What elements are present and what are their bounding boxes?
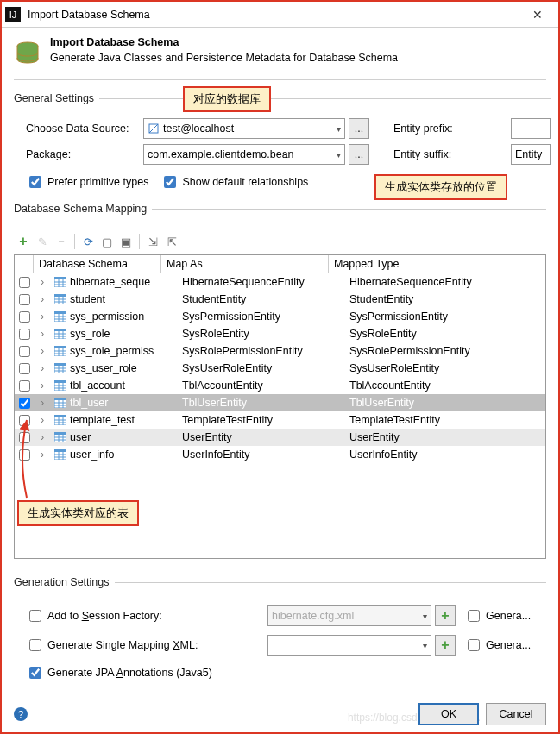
general-settings-legend: General Settings xyxy=(14,92,99,104)
map-as-cell: TblAccountEntity xyxy=(179,380,346,392)
annotation-package: 生成实体类存放的位置 xyxy=(374,174,507,200)
table-row[interactable]: ›userUserEntityUserEntity xyxy=(15,429,545,446)
package-browse-button[interactable]: ... xyxy=(349,144,369,165)
table-icon xyxy=(54,346,66,356)
row-checkbox[interactable] xyxy=(15,326,34,342)
row-checkbox[interactable] xyxy=(15,343,34,360)
table-icon xyxy=(54,380,66,391)
table-header: Database Schema Map As Mapped Type xyxy=(15,255,545,273)
map-as-cell: UserInfoEntity xyxy=(179,449,346,461)
table-row[interactable]: ›sys_roleSysRoleEntitySysRoleEntity xyxy=(15,325,545,342)
expand-icon[interactable]: › xyxy=(34,276,51,288)
toolbar-separator xyxy=(139,234,140,249)
table-row[interactable]: ›hibernate_sequeHibernateSequenceEntityH… xyxy=(15,273,545,291)
svg-rect-3 xyxy=(54,277,66,279)
schema-cell: user xyxy=(51,431,179,443)
generate-hbm-checkbox[interactable]: Genera... xyxy=(464,607,531,624)
row-checkbox[interactable] xyxy=(15,378,34,394)
map-as-cell: SysRoleEntity xyxy=(179,328,346,340)
expand-icon[interactable]: › xyxy=(34,397,51,409)
header-mapped-type[interactable]: Mapped Type xyxy=(329,255,545,273)
row-checkbox[interactable] xyxy=(15,309,34,325)
map-as-cell: HibernateSequenceEntity xyxy=(179,276,346,288)
chevron-down-icon: ▾ xyxy=(423,612,427,621)
map-as-cell: TemplateTestEntity xyxy=(179,414,346,426)
table-row[interactable]: ›sys_permissionSysPermissionEntitySysPer… xyxy=(15,308,545,325)
package-combo[interactable]: com.example.clientdemo.bean ▾ xyxy=(143,144,345,165)
expand-icon[interactable]: › xyxy=(34,311,51,323)
mapping-toolbar: + ✎ − ⟳ ▢ ▣ ⇲ ⇱ xyxy=(14,230,546,253)
edit-button[interactable]: ✎ xyxy=(33,232,52,251)
prefer-primitive-label: Prefer primitive types xyxy=(47,176,148,188)
data-source-browse-button[interactable]: ... xyxy=(349,118,369,139)
chevron-down-icon: ▾ xyxy=(337,150,341,160)
svg-rect-45 xyxy=(54,398,66,400)
row-checkbox[interactable] xyxy=(15,361,34,377)
ok-button[interactable]: OK xyxy=(418,703,479,725)
row-checkbox[interactable] xyxy=(15,292,34,308)
mapped-type-cell: SysPermissionEntity xyxy=(346,311,545,323)
svg-rect-21 xyxy=(54,329,66,331)
table-row[interactable]: ›sys_role_permissSysRolePermissionEntity… xyxy=(15,342,545,360)
table-row[interactable]: ›tbl_accountTblAccountEntityTblAccountEn… xyxy=(15,377,545,394)
table-row[interactable]: ›sys_user_roleSysUserRoleEntitySysUserRo… xyxy=(15,360,545,377)
svg-rect-57 xyxy=(54,432,66,435)
table-icon xyxy=(54,294,66,304)
data-source-combo[interactable]: test@localhost ▾ xyxy=(143,118,345,139)
expand-icon[interactable]: › xyxy=(34,380,51,392)
table-row[interactable]: ›template_testTemplateTestEntityTemplate… xyxy=(15,411,545,429)
annotation-datasource: 对应的数据库 xyxy=(183,86,271,112)
row-checkbox[interactable] xyxy=(15,274,34,291)
expand-icon[interactable]: › xyxy=(34,362,51,374)
table-icon xyxy=(54,329,66,339)
map-as-cell: SysRolePermissionEntity xyxy=(179,345,346,357)
map-as-cell: StudentEntity xyxy=(179,293,346,305)
table-icon xyxy=(54,398,66,408)
svg-rect-15 xyxy=(54,311,66,314)
session-factory-add-button[interactable]: + xyxy=(435,605,456,626)
mapped-type-cell: UserInfoEntity xyxy=(346,449,545,461)
session-factory-combo: hibernate.cfg.xml ▾ xyxy=(267,605,431,626)
table-row[interactable]: ›studentStudentEntityStudentEntity xyxy=(15,291,545,308)
chevron-down-icon: ▾ xyxy=(423,641,427,650)
toolbar-separator xyxy=(74,234,75,249)
help-icon[interactable]: ? xyxy=(14,707,28,721)
expand-icon[interactable]: › xyxy=(34,293,51,305)
add-to-session-factory-checkbox[interactable]: Add to Session Factory: xyxy=(26,607,267,624)
svg-rect-51 xyxy=(54,415,66,417)
row-checkbox[interactable] xyxy=(15,395,34,411)
table-row[interactable]: ›tbl_userTblUserEntityTblUserEntity xyxy=(15,394,545,411)
single-mapping-combo[interactable]: ▾ xyxy=(267,635,431,656)
mapping-legend: Database Schema Mapping xyxy=(14,203,152,215)
close-icon[interactable]: ✕ xyxy=(520,8,555,22)
generate-label: Genera... xyxy=(486,610,531,622)
table-row[interactable]: ›user_infoUserInfoEntityUserInfoEntity xyxy=(15,446,545,463)
jpa-annotations-checkbox[interactable]: Generate JPA Annotations (Java5) xyxy=(26,664,371,681)
header-schema[interactable]: Database Schema xyxy=(34,255,161,273)
generate-column-checkbox[interactable]: Genera... xyxy=(464,637,531,654)
cancel-button[interactable]: Cancel xyxy=(486,703,546,725)
entity-prefix-input[interactable] xyxy=(511,118,551,139)
package-value: com.example.clientdemo.bean xyxy=(148,148,294,160)
add-button[interactable]: + xyxy=(14,232,33,251)
mapped-type-cell: UserEntity xyxy=(346,431,545,443)
collapse-all-button[interactable]: ⇱ xyxy=(162,232,181,251)
show-default-relationships-checkbox[interactable]: Show default relationships xyxy=(160,173,308,191)
expand-button[interactable]: ▢ xyxy=(98,232,116,251)
header-map-as[interactable]: Map As xyxy=(161,255,329,273)
expand-all-button[interactable]: ⇲ xyxy=(143,232,162,251)
session-factory-label: Add to Session Factory: xyxy=(47,610,162,622)
entity-suffix-input[interactable] xyxy=(511,144,551,165)
prefer-primitive-checkbox[interactable]: Prefer primitive types xyxy=(26,173,148,191)
svg-rect-27 xyxy=(54,346,66,348)
collapse-button[interactable]: ▣ xyxy=(116,232,135,251)
table-icon xyxy=(54,432,66,442)
single-mapping-checkbox[interactable]: Generate Single Mapping XML: xyxy=(26,637,267,654)
single-mapping-add-button[interactable]: + xyxy=(435,635,456,656)
refresh-button[interactable]: ⟳ xyxy=(79,232,98,251)
map-as-cell: UserEntity xyxy=(179,431,346,443)
table-icon xyxy=(54,363,66,373)
expand-icon[interactable]: › xyxy=(34,345,51,357)
expand-icon[interactable]: › xyxy=(34,328,51,340)
remove-button[interactable]: − xyxy=(52,232,71,251)
